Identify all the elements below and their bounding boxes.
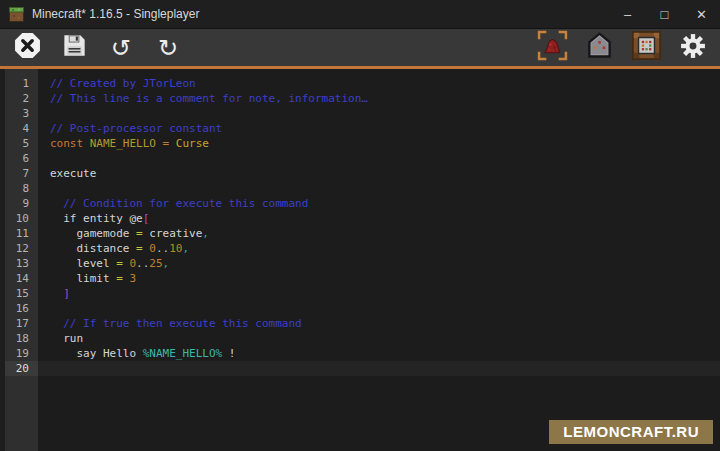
code-token: gamemode bbox=[50, 227, 136, 240]
line-number: 15 bbox=[5, 286, 38, 301]
floppy-disk-icon bbox=[62, 33, 87, 62]
line-number: 6 bbox=[5, 151, 38, 166]
code-token: 10 bbox=[169, 242, 182, 255]
code-token: .. bbox=[156, 242, 169, 255]
redo-button[interactable]: ↻ bbox=[152, 32, 184, 64]
code-token: 25 bbox=[149, 257, 162, 270]
code-line[interactable]: distance = 0..10, bbox=[38, 241, 720, 256]
window-controls: – □ ✕ bbox=[609, 0, 720, 28]
line-number: 9 bbox=[5, 196, 38, 211]
undo-icon: ↺ bbox=[111, 36, 131, 60]
code-token: // If true then execute this command bbox=[63, 317, 301, 330]
gear-icon bbox=[680, 33, 706, 63]
line-number: 3 bbox=[5, 106, 38, 121]
code-token: 0 bbox=[149, 242, 156, 255]
window-title: Minecraft* 1.16.5 - Singleplayer bbox=[32, 7, 199, 21]
undo-button[interactable]: ↺ bbox=[105, 32, 137, 64]
code-line[interactable]: const NAME_HELLO = Curse bbox=[38, 136, 720, 151]
home-shield-icon bbox=[586, 32, 613, 63]
code-token: Curse bbox=[176, 137, 209, 150]
code-token: // This line is a comment for note, info… bbox=[50, 92, 368, 105]
line-number: 19 bbox=[5, 346, 38, 361]
code-line[interactable]: ] bbox=[38, 286, 720, 301]
line-number: 1 bbox=[5, 76, 38, 91]
minimize-button[interactable]: – bbox=[609, 0, 646, 28]
titlebar: Minecraft* 1.16.5 - Singleplayer – □ ✕ bbox=[0, 0, 720, 28]
code-line[interactable]: // Post-processor constant bbox=[38, 121, 720, 136]
close-file-button[interactable] bbox=[11, 32, 43, 64]
code-line[interactable]: // Created by JTorLeon bbox=[38, 76, 720, 91]
code-token: execute bbox=[50, 167, 96, 180]
line-number: 18 bbox=[5, 331, 38, 346]
code-line[interactable] bbox=[38, 106, 720, 121]
module-frame-icon bbox=[632, 31, 661, 64]
code-token: run bbox=[50, 332, 83, 345]
code-token: ] bbox=[50, 287, 70, 300]
code-area[interactable]: // Created by JTorLeon// This line is a … bbox=[38, 69, 720, 451]
line-number: 20 bbox=[5, 361, 38, 376]
code-token: ! bbox=[222, 347, 235, 360]
redstone-selector-button[interactable] bbox=[536, 32, 568, 64]
close-button[interactable]: ✕ bbox=[683, 0, 720, 28]
line-number: 11 bbox=[5, 226, 38, 241]
code-line[interactable]: if entity @e[ bbox=[38, 211, 720, 226]
code-token: = bbox=[156, 137, 176, 150]
code-token: %NAME_HELLO% bbox=[143, 347, 222, 360]
code-line[interactable] bbox=[38, 151, 720, 166]
code-token: = bbox=[116, 257, 123, 270]
code-line[interactable] bbox=[38, 361, 720, 376]
code-line[interactable]: run bbox=[38, 331, 720, 346]
line-number: 13 bbox=[5, 256, 38, 271]
code-line[interactable]: say Hello %NAME_HELLO% ! bbox=[38, 346, 720, 361]
redo-icon: ↻ bbox=[158, 36, 178, 60]
code-line[interactable]: level = 0..25, bbox=[38, 256, 720, 271]
code-token: creative bbox=[143, 227, 203, 240]
line-number: 14 bbox=[5, 271, 38, 286]
code-token: // Condition for execute this command bbox=[63, 197, 308, 210]
line-number: 12 bbox=[5, 241, 38, 256]
line-number: 5 bbox=[5, 136, 38, 151]
home-button[interactable] bbox=[583, 32, 615, 64]
module-frame-button[interactable] bbox=[630, 32, 662, 64]
code-token: , bbox=[163, 257, 170, 270]
code-token: distance bbox=[50, 242, 136, 255]
line-number: 17 bbox=[5, 316, 38, 331]
code-token: = bbox=[116, 272, 123, 285]
code-line[interactable] bbox=[38, 301, 720, 316]
line-number: 2 bbox=[5, 91, 38, 106]
code-editor: 1234567891011121314151617181920 // Creat… bbox=[0, 69, 720, 451]
code-token: , bbox=[202, 227, 209, 240]
code-token bbox=[50, 317, 63, 330]
code-token: // Created by JTorLeon bbox=[50, 77, 196, 90]
code-token: NAME_HELLO bbox=[90, 137, 156, 150]
settings-button[interactable] bbox=[677, 32, 709, 64]
code-line[interactable]: // Condition for execute this command bbox=[38, 196, 720, 211]
code-token: level bbox=[50, 257, 116, 270]
maximize-button[interactable]: □ bbox=[646, 0, 683, 28]
lemoncraft-watermark: LEMONCRAFT.RU bbox=[549, 420, 713, 444]
code-line[interactable]: // This line is a comment for note, info… bbox=[38, 91, 720, 106]
line-number: 16 bbox=[5, 301, 38, 316]
code-token bbox=[50, 197, 63, 210]
code-token: limit bbox=[50, 272, 116, 285]
line-number: 8 bbox=[5, 181, 38, 196]
code-line[interactable]: gamemode = creative, bbox=[38, 226, 720, 241]
code-token: say Hello bbox=[50, 347, 143, 360]
code-line[interactable] bbox=[38, 181, 720, 196]
code-token: const bbox=[50, 137, 90, 150]
save-button[interactable] bbox=[58, 32, 90, 64]
code-token: .. bbox=[136, 257, 149, 270]
code-token: [ bbox=[143, 212, 150, 225]
line-number: 4 bbox=[5, 121, 38, 136]
code-token: = bbox=[136, 227, 143, 240]
code-token: // Post-processor constant bbox=[50, 122, 222, 135]
app-window: Minecraft* 1.16.5 - Singleplayer – □ ✕ bbox=[0, 0, 720, 451]
redstone-dust-select-icon bbox=[537, 30, 568, 65]
code-line[interactable]: execute bbox=[38, 166, 720, 181]
octagon-x-icon bbox=[14, 32, 41, 63]
code-token: , bbox=[182, 242, 189, 255]
code-token: 3 bbox=[129, 272, 136, 285]
code-line[interactable]: // If true then execute this command bbox=[38, 316, 720, 331]
code-token: if entity @e bbox=[50, 212, 143, 225]
code-line[interactable]: limit = 3 bbox=[38, 271, 720, 286]
